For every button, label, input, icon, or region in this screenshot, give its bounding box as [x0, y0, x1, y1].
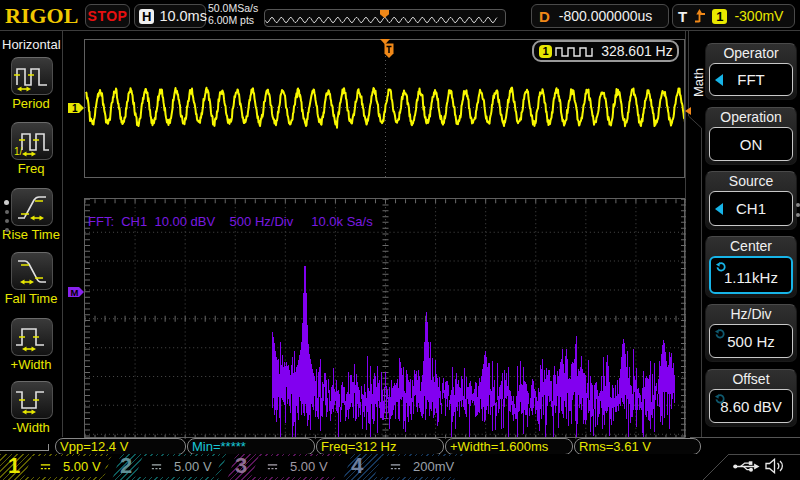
svg-text:M: M	[71, 287, 79, 297]
svg-text:1: 1	[72, 103, 78, 113]
svg-text:1/: 1/	[14, 146, 23, 157]
